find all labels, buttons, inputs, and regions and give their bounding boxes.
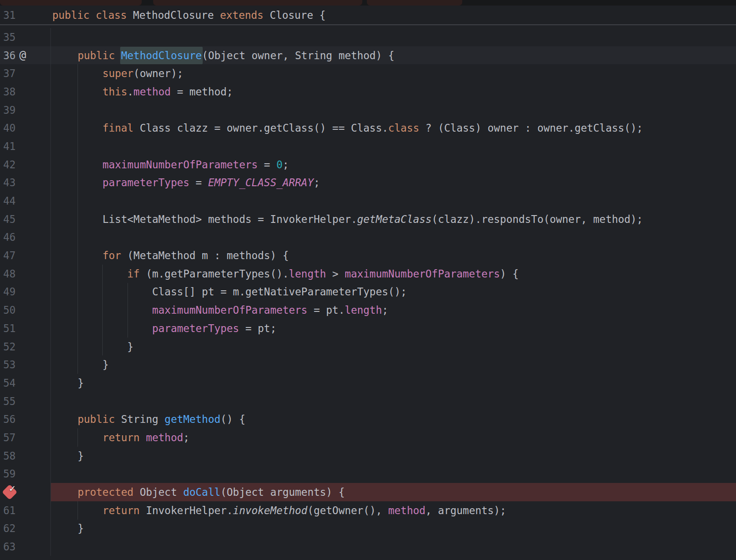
gutter-line-58[interactable]: 58 [0,447,51,465]
line-number-49[interactable]: 49 [0,286,16,298]
code-line-52[interactable]: } [51,338,736,356]
gutter-line-63[interactable]: 63 [0,538,51,556]
code-line-61[interactable]: return InvokerHelper.invokeMethod(getOwn… [51,501,736,520]
line-number-36[interactable]: 36 [0,50,16,61]
line-number-51[interactable]: 51 [0,322,16,334]
line-number-53[interactable]: 53 [0,359,16,371]
code-line-48[interactable]: if (m.getParameterTypes().length > maxim… [51,265,736,283]
line-number-35[interactable]: 35 [0,31,16,43]
code-line-57[interactable]: return method; [51,428,736,447]
gutter-line-60[interactable]: ✓ [0,483,51,501]
gutter-line-43[interactable]: 43 [0,174,51,192]
gutter-line-52[interactable]: 52 [0,338,51,356]
code-line-62[interactable]: } [51,520,736,538]
gutter-line-31[interactable]: 31 [0,6,50,24]
editor-row-53[interactable]: 53 } [0,355,736,374]
code-line-44[interactable] [51,192,736,210]
line-number-41[interactable]: 41 [0,140,16,152]
gutter-line-44[interactable]: 44 [0,192,51,210]
line-number-45[interactable]: 45 [0,213,16,225]
editor-tab-chip-2[interactable] [153,0,362,6]
line-number-58[interactable]: 58 [0,450,16,462]
gutter-line-42[interactable]: 42 [0,155,51,174]
gutter-line-51[interactable]: 51 [0,319,51,338]
line-number-37[interactable]: 37 [0,67,16,79]
code-line-31[interactable]: public class MethodClosure extends Closu… [50,6,736,24]
editor-row-38[interactable]: 38 this.method = method; [0,83,736,101]
code-line-63[interactable] [51,538,736,556]
line-number-48[interactable]: 48 [0,268,16,280]
line-number-62[interactable]: 62 [0,522,16,534]
editor-row-52[interactable]: 52 } [0,338,736,356]
gutter-line-36[interactable]: 36@ [0,46,51,65]
line-number-38[interactable]: 38 [0,86,16,98]
code-line-47[interactable]: for (MetaMethod m : methods) { [51,246,736,265]
gutter-line-41[interactable]: 41 [0,137,51,155]
line-number-46[interactable]: 46 [0,231,16,243]
code-line-42[interactable]: maximumNumberOfParameters = 0; [51,155,736,174]
code-line-43[interactable]: parameterTypes = EMPTY_CLASS_ARRAY; [51,174,736,192]
gutter-line-49[interactable]: 49 [0,283,51,301]
editor-row-45[interactable]: 45 List<MetaMethod> methods = InvokerHel… [0,210,736,228]
code-line-37[interactable]: super(owner); [51,64,736,83]
gutter-line-57[interactable]: 57 [0,428,51,447]
line-number-43[interactable]: 43 [0,177,16,189]
editor-row-41[interactable]: 41 [0,137,736,155]
code-line-41[interactable] [51,137,736,155]
gutter-line-37[interactable]: 37 [0,64,51,83]
editor-row-51[interactable]: 51 parameterTypes = pt; [0,319,736,338]
sticky-class-declaration-line[interactable]: 31public class MethodClosure extends Clo… [0,6,736,24]
editor-row-36[interactable]: 36@ public MethodClosure(Object owner, S… [0,46,736,65]
gutter-line-46[interactable]: 46 [0,228,51,247]
line-number-54[interactable]: 54 [0,377,16,389]
gutter-line-62[interactable]: 62 [0,520,51,538]
editor-row-55[interactable]: 55 [0,392,736,410]
line-number-39[interactable]: 39 [0,104,16,116]
editor-row-50[interactable]: 50 maximumNumberOfParameters = pt.length… [0,301,736,319]
code-line-50[interactable]: maximumNumberOfParameters = pt.length; [51,301,736,319]
line-number-59[interactable]: 59 [0,468,16,480]
line-number-50[interactable]: 50 [0,304,16,316]
editor-row-54[interactable]: 54 } [0,374,736,392]
code-line-45[interactable]: List<MetaMethod> methods = InvokerHelper… [51,210,736,228]
editor-row-40[interactable]: 40 final Class clazz = owner.getClass() … [0,119,736,137]
editor-row-56[interactable]: 56 public String getMethod() { [0,410,736,428]
gutter-line-61[interactable]: 61 [0,501,51,520]
gutter-line-38[interactable]: 38 [0,83,51,101]
editor-row-61[interactable]: 61 return InvokerHelper.invokeMethod(get… [0,501,736,520]
editor-tab-chip-3[interactable] [367,0,462,6]
gutter-line-54[interactable]: 54 [0,374,51,392]
code-line-38[interactable]: this.method = method; [51,83,736,101]
code-line-55[interactable] [51,392,736,410]
line-number-47[interactable]: 47 [0,250,16,261]
editor-row-60[interactable]: ✓ protected Object doCall(Object argumen… [0,483,736,501]
gutter-line-35[interactable]: 35 [0,28,51,46]
editor-row-63[interactable]: 63 [0,538,736,556]
code-line-54[interactable]: } [51,374,736,392]
editor-row-37[interactable]: 37 super(owner); [0,64,736,83]
line-number-31[interactable]: 31 [0,9,16,21]
gutter-line-59[interactable]: 59 [0,465,51,483]
gutter-line-50[interactable]: 50 [0,301,51,319]
gutter-line-48[interactable]: 48 [0,265,51,283]
code-line-39[interactable] [51,101,736,119]
line-number-63[interactable]: 63 [0,541,16,553]
editor-tab-chip-1[interactable] [0,0,142,6]
gutter-line-40[interactable]: 40 [0,119,51,137]
line-number-40[interactable]: 40 [0,122,16,134]
line-number-56[interactable]: 56 [0,413,16,425]
gutter-line-47[interactable]: 47 [0,246,51,265]
code-line-53[interactable]: } [51,355,736,374]
editor-row-39[interactable]: 39 [0,101,736,119]
line-number-44[interactable]: 44 [0,195,16,207]
editor-row-47[interactable]: 47 for (MetaMethod m : methods) { [0,246,736,265]
code-line-35[interactable] [51,28,736,46]
gutter-line-45[interactable]: 45 [0,210,51,228]
editor-row-46[interactable]: 46 [0,228,736,247]
code-line-58[interactable]: } [51,447,736,465]
code-line-36[interactable]: public MethodClosure(Object owner, Strin… [51,46,736,65]
gutter-line-53[interactable]: 53 [0,355,51,374]
line-number-57[interactable]: 57 [0,432,16,444]
code-line-56[interactable]: public String getMethod() { [51,410,736,428]
annotation-icon[interactable]: @ [19,48,26,61]
